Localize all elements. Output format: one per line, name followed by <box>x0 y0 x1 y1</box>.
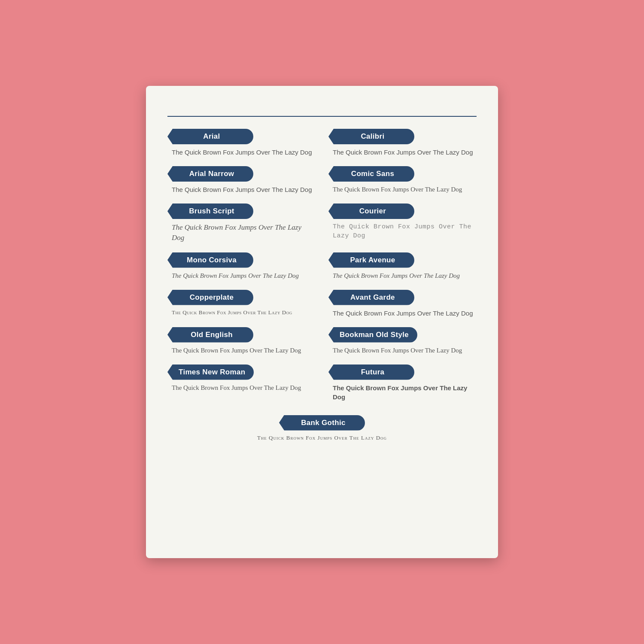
font-item-left-1: Arial Narrow The Quick Brown Fox Jumps O… <box>167 166 316 194</box>
font-item-right-6: Futura The Quick Brown Fox Jumps Over Th… <box>328 365 477 401</box>
font-item-left-0: Arial The Quick Brown Fox Jumps Over The… <box>167 129 316 157</box>
font-sample: The Quick Brown Fox Jumps Over The Lazy … <box>328 383 477 401</box>
font-sample: The Quick Brown Fox Jumps Over The Lazy … <box>328 185 477 194</box>
font-label: Arial <box>167 129 316 144</box>
font-item-left-4: Copperplate The Quick Brown Fox Jumps Ov… <box>167 290 316 318</box>
font-banner: Old English <box>167 327 253 343</box>
font-item-left-2: Brush Script The Quick Brown Fox Jumps O… <box>167 204 316 243</box>
font-banner: Arial <box>167 129 253 144</box>
font-sample: The Quick Brown Fox Jumps Over The Lazy … <box>328 309 477 318</box>
font-sample: The Quick Brown Fox Jumps Over The Lazy … <box>167 271 316 280</box>
font-banner: Avant Garde <box>328 290 414 305</box>
fonts-grid: Arial The Quick Brown Fox Jumps Over The… <box>167 129 477 411</box>
font-banner: Copperplate <box>167 290 253 305</box>
font-label: Futura <box>328 365 477 380</box>
font-label: Mono Corsiva <box>167 252 316 268</box>
font-banner: Futura <box>328 365 414 380</box>
font-sample: The Quick Brown Fox Jumps Over The Lazy … <box>328 271 477 280</box>
poster: Arial The Quick Brown Fox Jumps Over The… <box>146 86 498 558</box>
font-label: Times New Roman <box>167 365 316 380</box>
bottom-section: Bank Gothic The Quick Brown Fox Jumps Ov… <box>167 415 477 451</box>
font-banner: Park Avenue <box>328 252 414 268</box>
font-item-right-0: Calibri The Quick Brown Fox Jumps Over T… <box>328 129 477 157</box>
font-banner: Bank Gothic <box>279 415 365 431</box>
font-sample: The Quick Brown Fox Jumps Over The Lazy … <box>167 346 316 355</box>
font-item-left-5: Old English The Quick Brown Fox Jumps Ov… <box>167 327 316 355</box>
font-sample: The Quick Brown Fox Jumps Over The Lazy … <box>167 309 316 316</box>
font-label: Courier <box>328 204 477 219</box>
font-banner: Courier <box>328 204 414 219</box>
font-banner: Comic Sans <box>328 166 414 182</box>
font-label: Old English <box>167 327 316 343</box>
font-item-left-3: Mono Corsiva The Quick Brown Fox Jumps O… <box>167 252 316 280</box>
font-sample: The Quick Brown Fox Jumps Over The Lazy … <box>167 383 316 392</box>
font-sample: The Quick Brown Fox Jumps Over The Lazy … <box>167 222 316 243</box>
font-banner: Bookman Old Style <box>328 327 417 343</box>
font-label: Comic Sans <box>328 166 477 182</box>
font-item-left-6: Times New Roman The Quick Brown Fox Jump… <box>167 365 316 401</box>
font-sample: The Quick Brown Fox Jumps Over The Lazy … <box>328 346 477 355</box>
font-item-right-2: Courier The Quick Brown Fox Jumps Over T… <box>328 204 477 243</box>
font-banner: Brush Script <box>167 204 253 219</box>
font-label: Avant Garde <box>328 290 477 305</box>
font-sample: The Quick Brown Fox Jumps Over The Lazy … <box>167 148 316 157</box>
font-item-right-5: Bookman Old Style The Quick Brown Fox Ju… <box>328 327 477 355</box>
font-sample: The Quick Brown Fox Jumps Over The Lazy … <box>249 434 395 442</box>
font-sample: The Quick Brown Fox Jumps Over The Lazy … <box>167 185 316 194</box>
font-label: Brush Script <box>167 204 316 219</box>
font-banner: Times New Roman <box>167 365 254 380</box>
font-banner: Calibri <box>328 129 414 144</box>
font-item-right-4: Avant Garde The Quick Brown Fox Jumps Ov… <box>328 290 477 318</box>
font-item-bottom: Bank Gothic The Quick Brown Fox Jumps Ov… <box>249 415 395 442</box>
font-item-right-3: Park Avenue The Quick Brown Fox Jumps Ov… <box>328 252 477 280</box>
font-sample: The Quick Brown Fox Jumps Over The Lazy … <box>328 148 477 157</box>
font-label: Bank Gothic <box>249 415 395 431</box>
font-label: Arial Narrow <box>167 166 316 182</box>
font-item-right-1: Comic Sans The Quick Brown Fox Jumps Ove… <box>328 166 477 194</box>
font-banner: Arial Narrow <box>167 166 253 182</box>
font-sample: The Quick Brown Fox Jumps Over The Lazy … <box>328 222 477 240</box>
font-label: Calibri <box>328 129 477 144</box>
font-label: Copperplate <box>167 290 316 305</box>
font-label: Bookman Old Style <box>328 327 477 343</box>
font-label: Park Avenue <box>328 252 477 268</box>
font-banner: Mono Corsiva <box>167 252 253 268</box>
title-divider <box>167 116 477 117</box>
